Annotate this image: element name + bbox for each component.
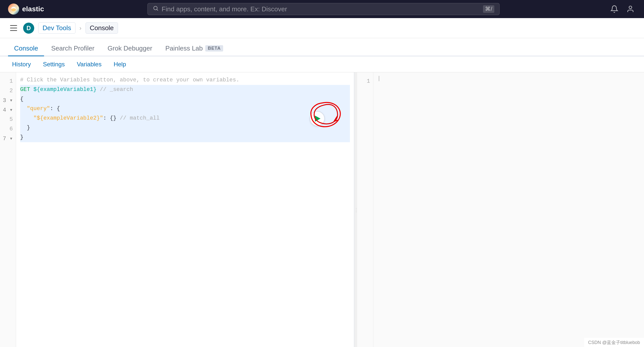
notifications-icon[interactable] [609,4,620,15]
search-placeholder-text: Find apps, content, and more. Ex: Discov… [162,5,287,13]
run-button[interactable] [310,111,325,126]
output-panel: 1 | [357,72,644,347]
output-line-num-1: 1 [357,76,373,86]
breadcrumb-separator: › [79,25,82,32]
user-menu-icon[interactable] [625,4,636,15]
output-cursor: | [377,75,381,82]
output-content: | [373,72,644,347]
editor-panel[interactable]: 1 2 3 ▾ 4 ▾ 5 6 7 ▾ # Click the Variable… [0,72,354,347]
code-line-3: { [20,94,350,104]
hamburger-menu[interactable] [8,23,19,34]
code-line-7: } [20,133,350,142]
attribution: CSDN @蓝金子titbluebob [584,338,644,347]
elastic-logo[interactable]: elastic [8,4,44,15]
avatar[interactable]: D [23,23,34,34]
breadcrumb-current: Console [86,22,118,34]
search-shortcut: ⌘/ [483,5,494,13]
elastic-logo-icon [8,4,19,15]
history-button[interactable]: History [10,59,33,69]
elastic-logo-text: elastic [22,5,44,13]
line-num-1: 1 [0,76,16,86]
line-numbers: 1 2 3 ▾ 4 ▾ 5 6 7 ▾ [0,72,16,347]
settings-button[interactable]: Settings [41,59,67,69]
tab-console[interactable]: Console [8,41,44,56]
main-editor-area: 1 2 3 ▾ 4 ▾ 5 6 7 ▾ # Click the Variable… [0,72,644,347]
panel-divider[interactable]: ⋮ [354,72,357,347]
line-num-7: 7 ▾ [0,134,16,143]
code-editor[interactable]: # Click the Variables button, above, to … [16,72,354,347]
svg-point-1 [11,8,16,11]
breadcrumb-devtools[interactable]: Dev Tools [38,22,75,34]
line-num-2: 2 [0,86,16,95]
top-navigation: elastic Find apps, content, and more. Ex… [0,0,644,18]
line-num-4: 4 ▾ [0,105,16,115]
editor-toolbar: History Settings Variables Help [0,56,644,72]
beta-badge: BETA [205,45,223,52]
svg-point-2 [154,6,157,10]
output-line-numbers: 1 [357,72,373,347]
code-line-4: "query": { [20,104,350,114]
tab-grok-debugger[interactable]: Grok Debugger [101,41,158,56]
nav-icon-group [609,4,636,15]
code-line-2: GET ${exampleVariable1} // _search [20,85,350,94]
search-icon [153,5,159,13]
line-num-3: 3 ▾ [0,95,16,105]
play-icon [315,116,320,122]
tab-search-profiler[interactable]: Search Profiler [45,41,100,56]
variables-button[interactable]: Variables [75,59,103,69]
tab-painless-lab[interactable]: Painless Lab BETA [159,41,229,56]
code-line-6: } [20,123,350,133]
line-num-5: 5 [0,115,16,124]
svg-line-3 [157,9,158,11]
line-num-6: 6 [0,124,16,134]
breadcrumb-bar: D Dev Tools › Console [0,18,644,38]
code-line-1: # Click the Variables button, above, to … [20,75,350,85]
svg-point-4 [629,6,632,9]
tab-bar: Console Search Profiler Grok Debugger Pa… [0,38,644,56]
run-button-overlay[interactable] [308,110,326,128]
help-button[interactable]: Help [112,59,128,69]
code-line-5: "${exampleVariable2}": {} // match_all [20,114,350,123]
global-search-bar[interactable]: Find apps, content, and more. Ex: Discov… [147,3,500,15]
